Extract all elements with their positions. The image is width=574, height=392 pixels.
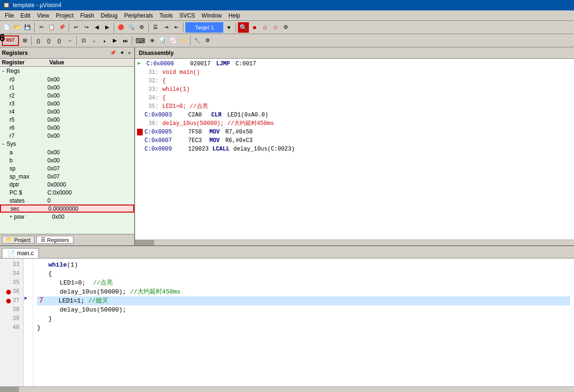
menu-flash[interactable]: Flash [77, 12, 97, 19]
code-line-40: } [37, 323, 570, 332]
target-btn[interactable]: Target 1 [185, 22, 223, 33]
menu-file[interactable]: File [2, 12, 17, 19]
indent-btn[interactable]: ⇥ [161, 22, 171, 33]
reg-pc: PC $ C:0x0000 [0, 188, 134, 196]
dasm-h-scrollbar[interactable] [135, 240, 574, 245]
dbg3[interactable]: {} [55, 36, 64, 46]
stepinto-btn[interactable]: ⬦ [89, 36, 99, 46]
stepout-btn[interactable]: ⬧ [100, 36, 109, 46]
build-btn[interactable]: ⚙ [137, 22, 146, 33]
find-btn[interactable]: 🔍 [127, 22, 136, 33]
linenum-34: 34 [2, 269, 21, 278]
dasm-ln-4: 34: [148, 94, 159, 102]
run-to-btn[interactable]: ⏭ [120, 36, 130, 46]
tab-label: main.c [17, 250, 34, 257]
dasm-op-0: C:0017 [236, 60, 256, 68]
reg-psw: + psw 0x00 [0, 213, 134, 221]
breakpoint-36[interactable] [6, 290, 11, 294]
outdent-btn[interactable]: ⇤ [172, 22, 181, 33]
dasm-bytes-8: 7F50 [188, 128, 202, 136]
a-val: 0x00 [47, 149, 60, 156]
registers-table-header: Register Value [0, 59, 134, 67]
dasm-addr-9: C:0x0007 [145, 136, 182, 145]
dbg4[interactable]: → [65, 36, 74, 46]
cl-33: while(1) [48, 260, 78, 269]
menu-peripherals[interactable]: Peripherals [121, 12, 156, 19]
reg-sec[interactable]: sec 0.00000000 [0, 205, 134, 213]
list-btn[interactable]: ☰ [151, 22, 160, 33]
reg-r2: r2 0x00 [0, 91, 134, 99]
fwd-btn[interactable]: ▶ [102, 22, 112, 33]
menu-window[interactable]: Window [199, 12, 225, 19]
setup-btn[interactable]: 🔧 [192, 36, 202, 46]
bkpt-btn[interactable]: 🔴 [116, 22, 126, 33]
circ3[interactable]: ○ [271, 22, 280, 33]
rst-button[interactable]: RST 6 [2, 36, 19, 46]
r2-val: 0x00 [47, 92, 60, 99]
tab-registers[interactable]: ☰ Registers [36, 236, 73, 244]
back-btn[interactable]: ◀ [92, 22, 101, 33]
trace-btn[interactable]: 📈 [168, 36, 178, 46]
breakpoint-37[interactable] [6, 299, 11, 303]
target-drop[interactable]: ▼ [224, 22, 234, 33]
project-tab-label: Project [14, 237, 30, 243]
tab-main-c[interactable]: 📄 main.c [2, 248, 39, 258]
psw-toggle[interactable]: + [9, 214, 12, 219]
disassembly-content[interactable]: ➤ C:0x0000 020017 LJMP C:0017 31: void m… [135, 59, 574, 240]
cmd-btn[interactable]: ⌨ [134, 36, 146, 46]
paste-btn[interactable]: 📌 [57, 22, 67, 33]
perf-btn[interactable]: ⚡ [179, 36, 188, 46]
regs-group[interactable]: − Regs [0, 67, 134, 75]
stepover-btn[interactable]: ⊡ [79, 36, 88, 46]
dasm-src-4: { [163, 94, 166, 102]
toolbar1: 📄 📂 💾 ✂ 📋 📌 ↩ ↪ ◀ ▶ 🔴 🔍 ⚙ ☰ ⇥ ⇤ Target 1… [0, 21, 574, 34]
sp-val: 0x07 [47, 165, 60, 172]
sys-group[interactable]: − Sys [0, 140, 134, 148]
menu-help[interactable]: Help [226, 12, 243, 19]
step-btn[interactable]: ⊞ [20, 36, 29, 46]
dasm-row-10: C:0x0009 120023 LCALL delay_10us(C:0023) [135, 145, 574, 153]
sep6 [236, 23, 236, 32]
tab-project[interactable]: 📁 Project [2, 236, 35, 244]
code-content[interactable]: while(1) { LED1=0; //点亮 delay_10us(50000… [33, 258, 574, 386]
mem-btn[interactable]: 📊 [158, 36, 167, 46]
code-line-35: LED1=0; //点亮 [37, 278, 570, 287]
menu-edit[interactable]: Edit [18, 12, 33, 19]
close-icon[interactable]: ✕ [127, 50, 132, 56]
menu-project[interactable]: Project [53, 12, 76, 19]
circ1[interactable]: ● [250, 22, 259, 33]
undo-btn[interactable]: ↩ [71, 22, 81, 33]
regs-toggle[interactable]: − [2, 69, 5, 74]
watch-btn[interactable]: 👁 [147, 36, 157, 46]
dbg1[interactable]: {} [34, 36, 43, 46]
dasm-addr-8: C:0x0005 [145, 128, 182, 136]
cfg-btn[interactable]: ⚙ [203, 36, 212, 46]
b-name: b [9, 157, 47, 164]
menu-svcs[interactable]: SVCS [177, 12, 198, 19]
cl-34: { [48, 269, 52, 278]
menu-view[interactable]: View [34, 12, 52, 19]
circ2[interactable]: ○ [260, 22, 270, 33]
menu-tools[interactable]: Tools [157, 12, 176, 19]
menu-debug[interactable]: Debug [98, 12, 120, 19]
sys-toggle[interactable]: − [2, 142, 5, 147]
top-section: Registers 📌 ◄ ✕ Register Value − Regs r0 [0, 47, 574, 245]
run-btn[interactable]: ▶ [110, 36, 119, 46]
pin-icon[interactable]: 📌 [109, 50, 117, 56]
search-icon-btn[interactable]: 🔍 [238, 22, 249, 33]
cut-btn[interactable]: ✂ [36, 22, 46, 33]
gear-btn[interactable]: ⚙ [281, 22, 291, 33]
copy-btn[interactable]: 📋 [47, 22, 56, 33]
states-name: states [9, 197, 47, 204]
save-btn[interactable]: 💾 [23, 22, 32, 33]
title-bar: 🔲 template - µVision4 [0, 0, 574, 10]
editor-scroll-thumb [0, 387, 19, 392]
editor-h-scrollbar[interactable] [0, 386, 574, 392]
open-btn[interactable]: 📂 [12, 22, 22, 33]
auto-hide-icon[interactable]: ◄ [119, 50, 125, 56]
number7-label: 7 [39, 296, 44, 305]
sec-name: sec [10, 205, 48, 212]
dbg2[interactable]: {} [44, 36, 54, 46]
new-btn[interactable]: 📄 [2, 22, 11, 33]
redo-btn[interactable]: ↪ [82, 22, 91, 33]
